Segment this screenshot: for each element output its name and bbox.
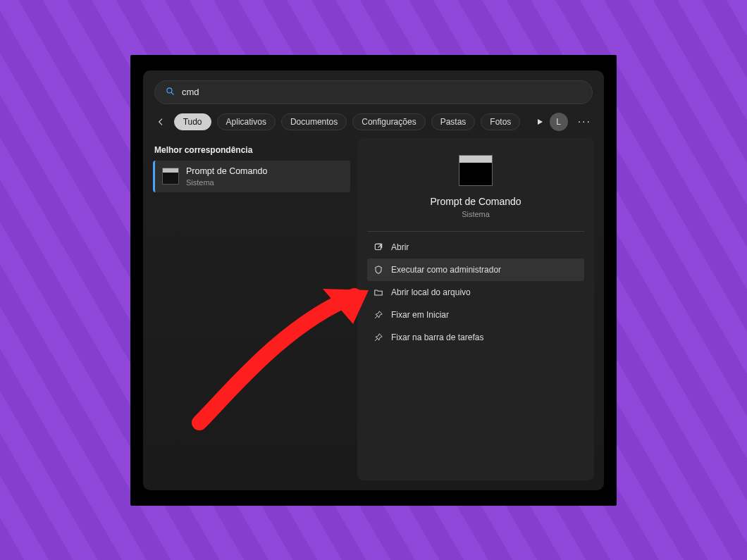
preview-subtitle: Sistema <box>462 210 490 218</box>
open-file-location-action[interactable]: Abrir local do arquivo <box>367 281 584 304</box>
pin-to-taskbar-action[interactable]: Fixar na barra de tarefas <box>367 326 584 349</box>
user-avatar[interactable]: L <box>550 113 568 131</box>
open-action[interactable]: Abrir <box>367 236 584 259</box>
action-label: Fixar na barra de tarefas <box>391 332 483 342</box>
action-label: Abrir local do arquivo <box>391 287 471 297</box>
search-icon <box>165 86 175 99</box>
result-title: Prompt de Comando <box>186 166 267 177</box>
divider <box>367 231 584 232</box>
back-button[interactable] <box>154 115 167 129</box>
preview-panel: Prompt de Comando Sistema Abrir <box>357 138 594 480</box>
tab-aplicativos[interactable]: Aplicativos <box>217 113 276 130</box>
results-left-column: Melhor correspondência Prompt de Comando… <box>153 138 350 480</box>
folder-icon <box>373 287 384 298</box>
tab-configuracoes[interactable]: Configurações <box>352 113 425 130</box>
pin-icon <box>373 309 384 321</box>
open-external-icon <box>373 242 384 253</box>
page-background: Tudo Aplicativos Documentos Configuraçõe… <box>0 0 747 560</box>
pin-icon <box>373 332 384 343</box>
svg-rect-2 <box>375 244 381 249</box>
tab-tudo[interactable]: Tudo <box>174 113 211 130</box>
cmd-app-icon <box>162 168 179 185</box>
result-prompt-de-comando[interactable]: Prompt de Comando Sistema <box>153 161 350 192</box>
tab-documentos[interactable]: Documentos <box>281 113 347 130</box>
shield-admin-icon <box>373 264 384 275</box>
filter-tabs-row: Tudo Aplicativos Documentos Configuraçõe… <box>143 111 604 138</box>
windows-search-window: Tudo Aplicativos Documentos Configuraçõe… <box>143 70 604 490</box>
preview-actions: Abrir Executar como administrador <box>367 236 584 349</box>
action-label: Abrir <box>391 242 409 252</box>
more-categories-button[interactable] <box>536 118 544 126</box>
result-subtitle: Sistema <box>186 178 267 187</box>
action-label: Executar como administrador <box>391 265 501 275</box>
preview-app-icon <box>459 155 493 186</box>
best-match-label: Melhor correspondência <box>153 142 350 161</box>
tab-pastas[interactable]: Pastas <box>431 113 476 130</box>
preview-title: Prompt de Comando <box>430 196 521 207</box>
search-bar[interactable] <box>154 80 593 104</box>
search-input[interactable] <box>182 87 582 97</box>
action-label: Fixar em Iniciar <box>391 310 449 320</box>
svg-point-0 <box>167 87 172 92</box>
screenshot-frame: Tudo Aplicativos Documentos Configuraçõe… <box>130 55 617 506</box>
pin-to-start-action[interactable]: Fixar em Iniciar <box>367 304 584 326</box>
tab-fotos[interactable]: Fotos <box>481 113 520 130</box>
overflow-menu-button[interactable]: ··· <box>576 116 593 128</box>
results-body: Melhor correspondência Prompt de Comando… <box>143 138 604 490</box>
run-as-administrator-action[interactable]: Executar como administrador <box>367 259 584 281</box>
svg-line-1 <box>171 92 173 94</box>
